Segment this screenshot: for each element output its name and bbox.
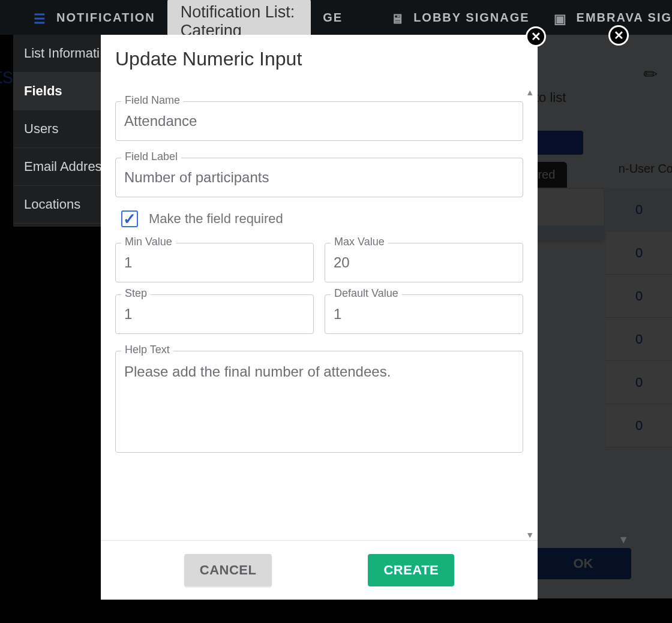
nav-label: LOBBY SIGNAGE bbox=[413, 11, 529, 25]
nav-label: EMBRAVA SIG bbox=[577, 11, 672, 25]
nav-item-fragment[interactable]: GE bbox=[323, 11, 343, 25]
step-input[interactable] bbox=[115, 294, 314, 334]
tab-chip-label: Notification List: Catering bbox=[181, 3, 295, 40]
nav-item-lobby-signage[interactable]: LOBBY SIGNAGE bbox=[391, 11, 529, 25]
step-label: Step bbox=[121, 287, 151, 300]
embrava-icon bbox=[554, 11, 568, 23]
max-value-label: Max Value bbox=[331, 236, 388, 248]
nav-label: NOTIFICATION bbox=[56, 11, 155, 25]
scroll-down-icon[interactable]: ▼ bbox=[526, 530, 534, 540]
checkmark-icon: ✓ bbox=[123, 210, 136, 228]
field-label-input[interactable] bbox=[115, 158, 523, 197]
default-value-input[interactable] bbox=[325, 294, 523, 334]
min-value-label: Min Value bbox=[121, 236, 176, 248]
field-label-label: Field Label bbox=[121, 151, 181, 163]
default-value-label: Default Value bbox=[331, 287, 402, 300]
nav-item-notification[interactable]: NOTIFICATION bbox=[34, 11, 155, 25]
field-name-label: Field Name bbox=[121, 94, 184, 107]
field-name-input[interactable] bbox=[115, 101, 523, 141]
top-nav: NOTIFICATION Notification List: Catering… bbox=[0, 0, 672, 35]
list-icon bbox=[34, 11, 48, 23]
help-text-label: Help Text bbox=[121, 344, 173, 356]
default-value-group: Default Value bbox=[325, 294, 523, 334]
cancel-button[interactable]: CANCEL bbox=[184, 554, 272, 586]
required-checkbox[interactable]: ✓ bbox=[121, 210, 138, 227]
nav-label: GE bbox=[323, 11, 343, 25]
cancel-label: CANCEL bbox=[200, 562, 257, 577]
close-modal-button[interactable]: ✕ bbox=[526, 26, 546, 47]
max-value-group: Max Value bbox=[325, 243, 523, 282]
create-label: CREATE bbox=[383, 562, 439, 577]
min-value-input[interactable] bbox=[115, 243, 314, 282]
field-name-group: Field Name bbox=[115, 101, 523, 141]
min-value-group: Min Value bbox=[115, 243, 314, 282]
scroll-up-icon[interactable]: ▲ bbox=[526, 88, 534, 97]
monitor-icon bbox=[391, 11, 405, 23]
nav-item-embrava[interactable]: EMBRAVA SIG bbox=[554, 11, 672, 25]
required-label: Make the field required bbox=[149, 211, 283, 227]
help-text-group: Help Text bbox=[115, 351, 523, 455]
modal-footer: CANCEL CREATE bbox=[101, 540, 538, 600]
required-checkbox-row[interactable]: ✓ Make the field required bbox=[121, 210, 523, 227]
close-icon: ✕ bbox=[531, 29, 541, 44]
step-group: Step bbox=[115, 294, 314, 334]
modal-body: Field Name Field Label ✓ Make the field … bbox=[101, 76, 538, 540]
field-label-group: Field Label bbox=[115, 158, 523, 197]
create-button[interactable]: CREATE bbox=[368, 554, 454, 586]
help-text-input[interactable] bbox=[115, 351, 523, 453]
update-numeric-input-modal: ✕ ▲ ▼ Update Numeric Input Field Name Fi… bbox=[101, 35, 538, 600]
max-value-input[interactable] bbox=[325, 243, 523, 282]
modal-title: Update Numeric Input bbox=[101, 35, 538, 76]
